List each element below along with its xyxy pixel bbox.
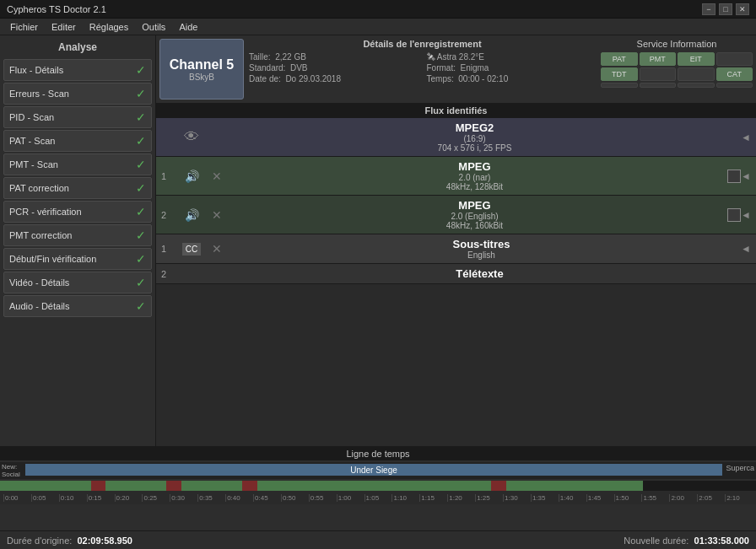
sidebar: Analyse Flux - Détails ✓ Erreurs - Scan …	[0, 35, 156, 446]
maximize-button[interactable]: □	[719, 3, 732, 15]
sidebar-item-pat-correction[interactable]: PAT correction ✓	[3, 177, 152, 199]
svc-btn-d3	[678, 67, 715, 81]
scroll-arrow-audio2: ◄	[741, 209, 751, 221]
recording-grid: Taille: 2,22 GB 🛰 Astra 28.2°E Standard:…	[249, 52, 596, 83]
svc-btn-eit[interactable]: EIT	[678, 52, 715, 66]
sidebar-item-video-details[interactable]: Vidéo - Détails ✓	[3, 272, 152, 293]
flux-item-audio1: 1 🔊 ✕ MPEG 2.0 (nar) 48kHz, 128kBit ◄	[156, 157, 756, 196]
channel-box: Channel 5 BSkyB	[159, 39, 244, 100]
orig-duration-value: 02:09:58.950	[77, 536, 132, 546]
flux-item-teletext: 2 Télétexte	[156, 264, 756, 284]
size-label: Taille:	[249, 52, 271, 62]
orig-duration-label: Durée d'origine:	[7, 536, 72, 546]
size-value: 2,22 GB	[275, 52, 306, 62]
svc-btn-d1	[716, 52, 753, 66]
time-label: Temps:	[427, 74, 454, 83]
svc-btn-pmt[interactable]: PMT	[640, 52, 677, 66]
check-icon-pid: ✓	[136, 110, 146, 124]
sidebar-item-pcr-verification[interactable]: PCR - vérification ✓	[3, 201, 152, 223]
flux-item-audio2: 2 🔊 ✕ MPEG 2.0 (English) 48kHz, 160kBit …	[156, 196, 756, 234]
tool-icon-1[interactable]: ✕	[212, 170, 222, 183]
check-icon-pcr: ✓	[136, 205, 146, 218]
check-icon-video: ✓	[136, 276, 146, 289]
titlebar: Cypheros TS Doctor 2.1 − □ ✕	[0, 0, 756, 19]
minimize-button[interactable]: −	[702, 3, 716, 15]
svc-btn-tdt[interactable]: TDT	[601, 67, 638, 81]
sidebar-title: Analyse	[3, 39, 152, 56]
timeline-track[interactable]: New:Social Under Siege Superca	[0, 462, 756, 479]
flux-title: Flux identifiés	[156, 103, 756, 118]
flux-item-video: 👁 MPEG2 (16:9) 704 x 576 i, 25 FPS ◄	[156, 118, 756, 157]
standard-value: DVB	[290, 63, 308, 73]
timeline-progress-bar[interactable]	[0, 481, 756, 491]
speaker-icon-1: 🔊	[175, 170, 208, 183]
svc-btn-d4	[601, 83, 638, 88]
duration-bar: Durée d'origine: 02:09:58.950 Nouvelle d…	[0, 530, 756, 549]
check-icon-pmt-corr: ✓	[136, 229, 146, 242]
progress-red-1	[91, 481, 106, 491]
progress-red-4	[491, 481, 506, 491]
check-icon-erreurs: ✓	[136, 87, 146, 100]
track-right-label: Superca	[726, 464, 754, 472]
app-title: Cypheros TS Doctor 2.1	[7, 4, 106, 14]
satellite-label: Astra 28.2°E	[437, 52, 484, 62]
svc-btn-cat[interactable]: CAT	[716, 67, 753, 81]
flux-list: 👁 MPEG2 (16:9) 704 x 576 i, 25 FPS ◄ 1 🔊	[156, 118, 756, 446]
check-icon-pmt-scan: ✓	[136, 158, 146, 171]
sidebar-item-erreurs-scan[interactable]: Erreurs - Scan ✓	[3, 83, 152, 105]
flux-item-subtitle: 1 CC ✕ Sous-titres English ◄	[156, 234, 756, 264]
sidebar-item-pat-scan[interactable]: PAT - Scan ✓	[3, 130, 152, 152]
tool-icon-2[interactable]: ✕	[212, 208, 222, 222]
tool-icon-sub[interactable]: ✕	[212, 242, 222, 256]
checkbox-audio1[interactable]	[727, 170, 741, 183]
sidebar-item-debut-fin[interactable]: Début/Fin vérification ✓	[3, 248, 152, 270]
svc-btn-pat[interactable]: PAT	[601, 52, 638, 66]
sidebar-item-flux-details[interactable]: Flux - Détails ✓	[3, 59, 152, 81]
scroll-arrow-video: ◄	[741, 132, 751, 143]
recording-title: Détails de l'enregistrement	[249, 39, 596, 49]
svc-btn-d6	[678, 83, 715, 88]
eye-icon: 👁	[175, 128, 208, 146]
format-value: Enigma	[461, 63, 489, 73]
timeline-ruler: 0:00 0:05 0:10 0:15 0:20 0:25 0:30 0:35 …	[0, 491, 756, 504]
format-label: Format:	[427, 63, 456, 73]
speaker-icon-2: 🔊	[175, 208, 208, 222]
check-icon-flux-details: ✓	[136, 63, 146, 77]
date-label: Date de:	[249, 74, 281, 83]
menubar: Fichier Editer Réglages Outils Aide	[0, 19, 756, 35]
service-info: Service Information PAT PMT EIT TDT CAT	[601, 39, 753, 100]
date-value: Do 29.03.2018	[285, 74, 341, 83]
check-icon-pat-scan: ✓	[136, 134, 146, 148]
timeline-area: Ligne de temps New:Social Under Siege Su…	[0, 446, 756, 530]
sidebar-item-pmt-scan[interactable]: PMT - Scan ✓	[3, 153, 152, 175]
track-new-label: New:Social	[2, 463, 20, 478]
check-icon-debut: ✓	[136, 252, 146, 266]
menu-fichier[interactable]: Fichier	[3, 20, 45, 34]
menu-editer[interactable]: Editer	[45, 20, 83, 34]
checkbox-audio2[interactable]	[727, 208, 741, 222]
close-button[interactable]: ✕	[736, 3, 749, 15]
sidebar-item-pmt-correction[interactable]: PMT correction ✓	[3, 224, 152, 246]
flux-area: Flux identifiés 👁 MPEG2 (16:9) 704 x 576…	[156, 103, 756, 446]
new-duration-label: Nouvelle durée:	[624, 536, 688, 546]
timeline-title: Ligne de temps	[0, 447, 756, 460]
track-content: Under Siege	[25, 464, 722, 476]
service-buttons: PAT PMT EIT TDT CAT	[601, 52, 753, 88]
scroll-arrow-sub: ◄	[741, 243, 751, 255]
time-value: 00:00 - 02:10	[458, 74, 508, 83]
sidebar-item-audio-details[interactable]: Audio - Détails ✓	[3, 295, 152, 317]
channel-name: Channel 5	[170, 57, 234, 73]
right-panel: Channel 5 BSkyB Détails de l'enregistrem…	[156, 35, 756, 446]
svc-btn-d2	[640, 67, 677, 81]
check-icon-pat-corr: ✓	[136, 181, 146, 195]
svc-btn-d5	[640, 83, 677, 88]
service-title: Service Information	[601, 39, 753, 49]
menu-reglages[interactable]: Réglages	[83, 20, 135, 34]
main-area: Analyse Flux - Détails ✓ Erreurs - Scan …	[0, 35, 756, 446]
new-duration-value: 01:33:58.000	[694, 536, 749, 546]
menu-outils[interactable]: Outils	[135, 20, 172, 34]
menu-aide[interactable]: Aide	[172, 20, 204, 34]
standard-label: Standard:	[249, 63, 285, 73]
sidebar-item-pid-scan[interactable]: PID - Scan ✓	[3, 106, 152, 128]
window-controls: − □ ✕	[702, 3, 749, 15]
